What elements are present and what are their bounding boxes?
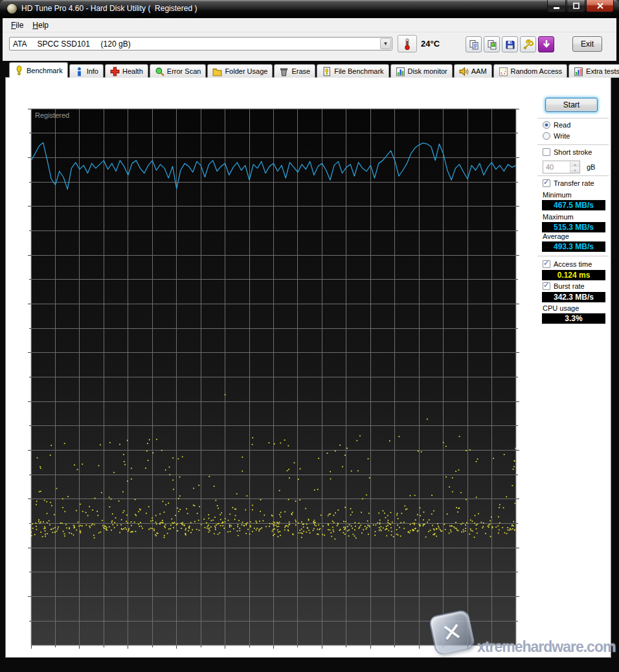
copy-image-button[interactable] (484, 36, 500, 52)
disk-monitor-icon (396, 67, 405, 76)
read-radio[interactable]: Read (543, 121, 570, 129)
registered-overlay: Registered (35, 111, 69, 119)
access-time-checkbox[interactable]: Access time (543, 260, 592, 268)
restore-icon (573, 3, 580, 9)
menu-help[interactable]: Help (28, 19, 53, 32)
tab-info[interactable]: Info (69, 64, 104, 78)
save-icon (505, 39, 515, 50)
average-label: Average (543, 232, 569, 240)
burst-rate-box[interactable] (543, 282, 550, 290)
stepper-up-icon[interactable]: ▲ (570, 161, 580, 167)
short-stroke-checkbox[interactable]: Short stroke (543, 148, 592, 156)
separator (537, 144, 609, 146)
drive-select[interactable]: ATA SPCC SSD101 (120 gB) ▼ (9, 37, 392, 50)
tab-label: Disk monitor (408, 67, 447, 75)
options-icon (523, 39, 534, 50)
close-button[interactable] (586, 0, 614, 12)
tab-label: File Benchmark (334, 67, 383, 75)
benchmark-icon (14, 65, 24, 75)
burst-rate-label: Burst rate (554, 282, 585, 290)
benchmark-chart: Registered (31, 109, 516, 645)
copy-text-button[interactable] (466, 36, 482, 52)
menu-bar: FileHelp (3, 18, 616, 32)
transfer-rate-label: Transfer rate (554, 179, 594, 187)
start-button[interactable]: Start (545, 98, 598, 112)
short-stroke-stepper[interactable]: 40 ▲▼ (543, 161, 580, 174)
tab-file-benchmark[interactable]: File Benchmark (317, 64, 388, 78)
stepper-down-icon[interactable]: ▼ (570, 167, 580, 173)
folder-icon (212, 67, 222, 76)
tab-random-access[interactable]: Random Access (493, 64, 567, 78)
tab-disk-monitor[interactable]: Disk monitor (390, 64, 453, 78)
copy-image-icon (487, 39, 497, 50)
cpu-usage-label: CPU usage (543, 304, 579, 312)
average-value: 493.3 MB/s (542, 241, 605, 252)
gb-unit-label: gB (587, 163, 595, 171)
read-radio-circle[interactable] (543, 121, 550, 129)
exit-button[interactable]: Exit (572, 36, 602, 52)
tab-label: Erase (291, 67, 310, 75)
upload-button[interactable] (538, 36, 554, 52)
restore-button[interactable] (567, 0, 585, 12)
file-benchmark-icon (322, 67, 332, 76)
chevron-down-icon: ▼ (380, 38, 391, 49)
minimize-icon (554, 3, 560, 9)
tab-label: Health (122, 67, 143, 75)
minimize-button[interactable] (547, 0, 566, 12)
tab-label: AAM (471, 67, 487, 75)
random-access-icon (499, 67, 508, 76)
minimum-label: Minimum (543, 191, 572, 199)
separator (537, 175, 609, 177)
tab-label: Info (87, 67, 98, 75)
short-stroke-box[interactable] (543, 148, 550, 156)
tab-label: Error Scan (167, 67, 201, 75)
tab-erase[interactable]: Erase (274, 64, 315, 78)
upload-icon (541, 39, 552, 50)
stepper-arrows[interactable]: ▲▼ (570, 161, 580, 173)
app-window: HD Tune Pro 4.60 - Hard Disk Utility ( R… (0, 0, 619, 672)
tab-label: Extra tests (586, 67, 619, 75)
temperature-button[interactable] (398, 35, 417, 52)
copy-text-icon (469, 39, 479, 50)
maximum-label: Maximum (543, 213, 574, 221)
gridlines (31, 109, 516, 645)
toolbar-buttons (466, 36, 556, 52)
write-label: Write (554, 132, 570, 140)
minimum-value: 467.5 MB/s (542, 200, 605, 210)
start-label: Start (563, 100, 580, 109)
write-radio-circle[interactable] (543, 132, 550, 140)
drive-select-value: ATA SPCC SSD101 (120 gB) (10, 39, 380, 49)
menu-file[interactable]: File (6, 19, 28, 32)
extra-tests-icon (574, 67, 583, 76)
short-stroke-label: Short stroke (554, 148, 592, 156)
tab-health[interactable]: Health (105, 64, 148, 78)
access-time-label: Access time (554, 260, 592, 268)
save-button[interactable] (502, 36, 518, 52)
options-button[interactable] (520, 36, 536, 52)
tab-label: Folder Usage (225, 67, 267, 75)
burst-rate-checkbox[interactable]: Burst rate (543, 282, 585, 290)
tab-error-scan[interactable]: Error Scan (150, 64, 207, 78)
close-icon (597, 3, 603, 9)
tab-folder-usage[interactable]: Folder Usage (207, 64, 273, 78)
error-scan-icon (155, 67, 164, 76)
short-stroke-value: 40 (543, 161, 570, 173)
app-icon (7, 4, 17, 14)
tab-label: Benchmark (27, 67, 63, 74)
burst-rate-value: 342.3 MB/s (542, 292, 605, 302)
access-time-box[interactable] (543, 260, 550, 268)
write-radio[interactable]: Write (543, 132, 570, 140)
access-time-value: 0.124 ms (542, 270, 605, 280)
thermometer-icon (403, 38, 411, 50)
transfer-rate-checkbox[interactable]: Transfer rate (543, 179, 594, 187)
health-icon (110, 67, 120, 76)
tab-aam[interactable]: AAM (454, 64, 492, 78)
tab-bar: BenchmarkInfoHealthError ScanFolder Usag… (9, 62, 619, 78)
aam-icon (459, 67, 469, 76)
transfer-rate-box[interactable] (543, 179, 550, 187)
tab-extra-tests[interactable]: Extra tests (568, 64, 619, 78)
read-label: Read (554, 121, 570, 129)
title-bar: HD Tune Pro 4.60 - Hard Disk Utility ( R… (0, 0, 619, 18)
maximum-value: 515.3 MB/s (542, 222, 605, 232)
tab-benchmark[interactable]: Benchmark (9, 62, 68, 78)
